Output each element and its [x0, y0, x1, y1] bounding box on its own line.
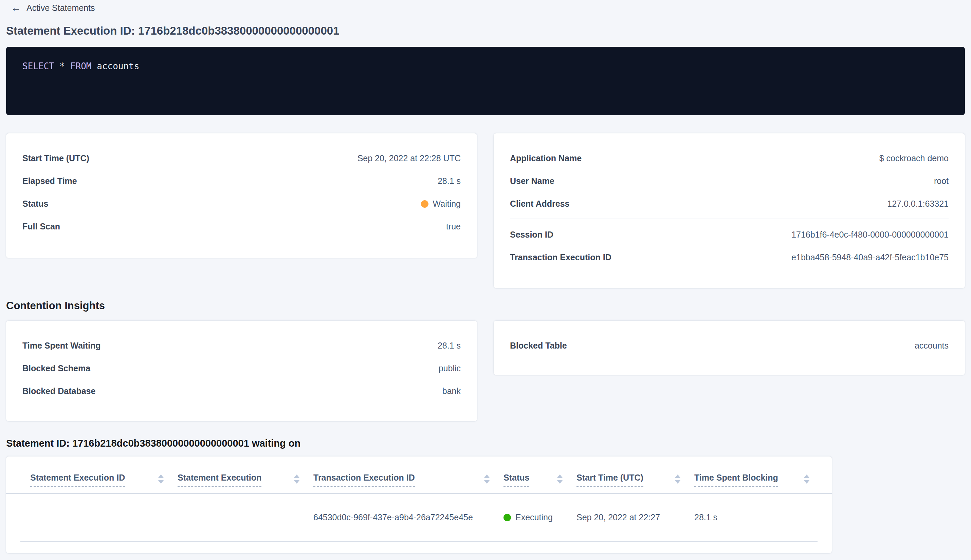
kv-label: Time Spent Waiting: [22, 341, 101, 351]
kv-row-blocked-schema: Blocked Schema public: [6, 357, 477, 380]
sql-text: *: [54, 61, 70, 71]
sql-text: accounts: [92, 61, 140, 71]
sort-icon[interactable]: [804, 475, 810, 483]
column-header-label[interactable]: Start Time (UTC): [577, 473, 643, 487]
session-id-link[interactable]: 1716b1f6-4e0c-f480-0000-000000000001: [791, 230, 949, 240]
table-row-divider: [20, 541, 818, 542]
sort-icon[interactable]: [294, 475, 300, 483]
kv-row-blocked-database: Blocked Database bank: [6, 380, 477, 403]
sql-statement-box: SELECT * FROM accounts: [6, 47, 965, 115]
kv-value: root: [934, 176, 949, 186]
kv-label: Elapsed Time: [22, 176, 77, 186]
column-header-label[interactable]: Status: [504, 473, 529, 487]
kv-row-session-id: Session ID 1716b1f6-4e0c-f480-0000-00000…: [494, 223, 965, 246]
cell-status: Executing: [504, 512, 577, 522]
kv-value: bank: [442, 386, 461, 396]
kv-row-transaction-execution-id: Transaction Execution ID e1bba458-5948-4…: [494, 246, 965, 269]
sql-keyword: FROM: [70, 61, 92, 71]
kv-row-blocked-table: Blocked Table accounts: [494, 334, 965, 357]
column-header-start-time: Start Time (UTC): [577, 473, 694, 487]
kv-label: Transaction Execution ID: [510, 253, 611, 262]
column-header-statement-execution-id: Statement Execution ID: [30, 473, 178, 487]
sort-icon[interactable]: [675, 475, 681, 483]
kv-label: Session ID: [510, 230, 554, 240]
kv-label: Application Name: [510, 153, 582, 163]
waiting-on-heading: Statement ID: 1716b218dc0b38380000000000…: [6, 437, 965, 449]
column-header-status: Status: [504, 473, 577, 487]
kv-value: accounts: [915, 341, 949, 351]
kv-value: true: [446, 222, 461, 232]
kv-row-time-spent-waiting: Time Spent Waiting 28.1 s: [6, 334, 477, 357]
kv-value: $ cockroach demo: [879, 153, 949, 163]
cell-transaction-execution-id: 64530d0c-969f-437e-a9b4-26a72245e45e: [314, 512, 504, 522]
kv-row-user-name: User Name root: [494, 170, 965, 192]
kv-value: 28.1 s: [438, 341, 461, 351]
cell-time-spent-blocking: 28.1 s: [694, 512, 823, 522]
page-title: Statement Execution ID: 1716b218dc0b3838…: [6, 25, 965, 37]
kv-label: Status: [22, 199, 48, 209]
kv-label: Client Address: [510, 199, 570, 209]
card-divider: [510, 218, 949, 219]
column-header-transaction-execution-id: Transaction Execution ID: [314, 473, 504, 487]
column-header-label[interactable]: Statement Execution: [178, 473, 262, 487]
column-header-label[interactable]: Statement Execution ID: [30, 473, 125, 487]
overview-card: Start Time (UTC) Sep 20, 2022 at 22:28 U…: [6, 133, 477, 258]
status-executing-dot-icon: [504, 514, 511, 521]
kv-value: 127.0.0.1:63321: [887, 199, 949, 209]
session-card: Application Name $ cockroach demo User N…: [494, 133, 965, 288]
kv-row-start-time: Start Time (UTC) Sep 20, 2022 at 22:28 U…: [6, 147, 477, 170]
table-header-row: Statement Execution ID Statement Executi…: [6, 457, 832, 487]
cell-start-time: Sep 20, 2022 at 22:27: [577, 512, 694, 522]
sort-icon[interactable]: [557, 475, 563, 483]
kv-label: Blocked Schema: [22, 363, 90, 373]
kv-label: Blocked Table: [510, 341, 567, 351]
status-badge: Waiting: [421, 199, 461, 209]
sort-icon[interactable]: [158, 475, 164, 483]
back-arrow-icon: ←: [11, 3, 21, 13]
kv-row-elapsed-time: Elapsed Time 28.1 s: [6, 170, 477, 192]
table-row: 64530d0c-969f-437e-a9b4-26a72245e45e Exe…: [6, 494, 832, 541]
waiting-statements-table: Statement Execution ID Statement Executi…: [6, 457, 832, 553]
status-text: Waiting: [433, 199, 461, 209]
transaction-execution-id-link[interactable]: e1bba458-5948-40a9-a42f-5feac1b10e75: [791, 253, 949, 262]
kv-value: public: [439, 363, 461, 373]
blocked-table-card: Blocked Table accounts: [494, 321, 965, 375]
kv-label: Start Time (UTC): [22, 153, 89, 163]
statement-details-page: ← Active Statements Statement Execution …: [0, 0, 971, 560]
sql-keyword: SELECT: [22, 61, 54, 71]
status-text: Executing: [516, 512, 553, 522]
contention-insights-heading: Contention Insights: [6, 300, 965, 312]
kv-label: User Name: [510, 176, 554, 186]
kv-row-full-scan: Full Scan true: [6, 215, 477, 238]
kv-row-application-name: Application Name $ cockroach demo: [494, 147, 965, 170]
back-link-label: Active Statements: [27, 3, 95, 13]
column-header-time-spent-blocking: Time Spent Blocking: [694, 473, 823, 487]
back-link[interactable]: ← Active Statements: [6, 2, 95, 13]
sort-icon[interactable]: [484, 475, 490, 483]
column-header-label[interactable]: Time Spent Blocking: [694, 473, 778, 487]
column-header-statement-execution: Statement Execution: [178, 473, 314, 487]
column-header-label[interactable]: Transaction Execution ID: [314, 473, 415, 487]
kv-value: Sep 20, 2022 at 22:28 UTC: [357, 153, 461, 163]
kv-value: 28.1 s: [438, 176, 461, 186]
status-waiting-dot-icon: [421, 200, 429, 208]
kv-row-client-address: Client Address 127.0.0.1:63321: [494, 192, 965, 215]
kv-row-status: Status Waiting: [6, 192, 477, 215]
kv-label: Full Scan: [22, 222, 60, 232]
kv-label: Blocked Database: [22, 386, 95, 396]
sql-statement-text: SELECT * FROM accounts: [22, 61, 949, 71]
contention-card: Time Spent Waiting 28.1 s Blocked Schema…: [6, 321, 477, 421]
